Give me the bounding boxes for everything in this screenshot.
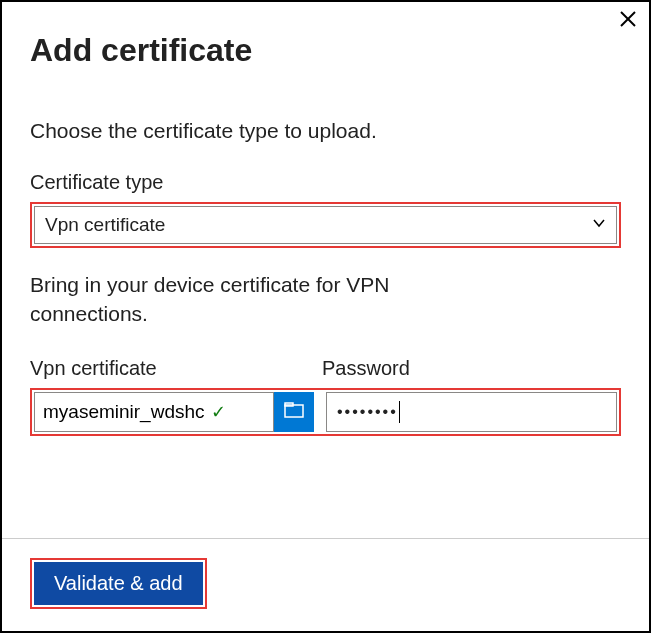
add-certificate-panel: Add certificate Choose the certificate t… (0, 0, 651, 633)
password-mask: •••••••• (337, 403, 398, 421)
cert-type-value: Vpn certificate (45, 214, 165, 236)
validate-add-button[interactable]: Validate & add (34, 562, 203, 605)
text-cursor (399, 401, 400, 423)
submit-highlight: Validate & add (30, 558, 207, 609)
file-name-input[interactable]: myaseminir_wdshc ✓ (34, 392, 274, 432)
cert-type-select[interactable]: Vpn certificate (34, 206, 617, 244)
file-password-highlight: myaseminir_wdshc ✓ •••• (30, 388, 621, 436)
close-icon[interactable] (619, 10, 637, 32)
check-icon: ✓ (211, 401, 226, 423)
footer-divider (2, 538, 649, 539)
password-label: Password (322, 357, 621, 380)
password-input[interactable]: •••••••• (326, 392, 617, 432)
folder-icon (284, 402, 304, 422)
page-title: Add certificate (30, 32, 621, 69)
chevron-down-icon (592, 216, 606, 234)
file-name-text: myaseminir_wdshc (43, 401, 205, 423)
intro-text: Choose the certificate type to upload. (30, 119, 621, 143)
svg-rect-2 (285, 405, 303, 417)
cert-type-label: Certificate type (30, 171, 621, 194)
browse-button[interactable] (274, 392, 314, 432)
cert-type-hint: Bring in your device certificate for VPN… (30, 270, 460, 329)
cert-type-highlight: Vpn certificate (30, 202, 621, 248)
file-label: Vpn certificate (30, 357, 310, 380)
